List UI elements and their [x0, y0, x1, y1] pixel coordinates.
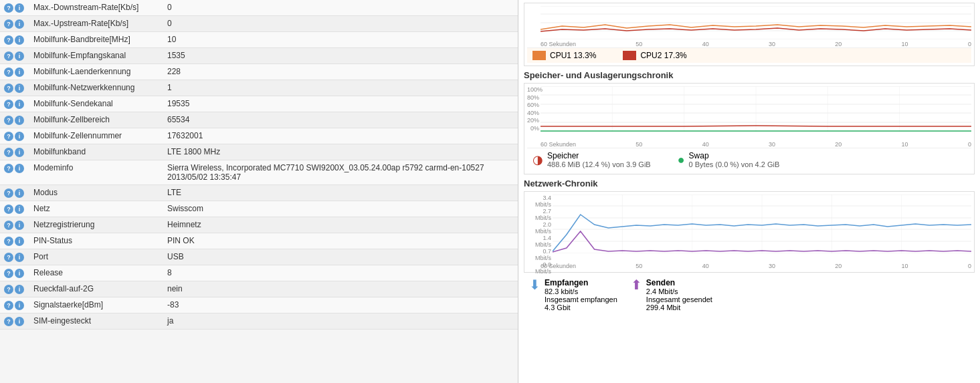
- question-icon[interactable]: ?: [4, 116, 13, 125]
- info-icon[interactable]: i: [15, 269, 24, 278]
- network-section-title: Netzwerk-Chronik: [524, 178, 975, 188]
- question-icon[interactable]: ?: [4, 317, 13, 326]
- info-icon[interactable]: i: [15, 317, 24, 326]
- prop-icons-cell: ?i: [0, 144, 29, 160]
- cpu1-label: CPU1 13.3%: [550, 51, 596, 60]
- prop-value: 1535: [163, 48, 518, 64]
- info-icon[interactable]: i: [15, 253, 24, 262]
- upload-label: Senden: [646, 278, 712, 287]
- question-icon[interactable]: ?: [4, 68, 13, 77]
- memory-icon: ◑: [532, 154, 543, 166]
- network-y-labels: 3.4 Mbit/s 2.7 Mbit/s 2.0 Mbit/s 1.4 Mbi…: [527, 195, 553, 253]
- question-icon[interactable]: ?: [4, 237, 13, 246]
- memory-chart-svg: [541, 86, 971, 132]
- prop-value: LTE 1800 MHz: [163, 144, 518, 160]
- prop-icons-cell: ?i: [0, 32, 29, 48]
- info-icon[interactable]: i: [15, 237, 24, 246]
- swap-legend-item: ● Swap 0 Bytes (0.0 %) von 4.2 GiB: [678, 151, 780, 168]
- prop-value: Swisscom: [163, 201, 518, 217]
- memory-label: Speicher: [547, 151, 651, 160]
- question-icon[interactable]: ?: [4, 148, 13, 157]
- question-icon[interactable]: ?: [4, 51, 13, 61]
- table-row: ?iModusLTE: [0, 185, 518, 201]
- info-icon[interactable]: i: [15, 301, 24, 310]
- prop-name: Mobilfunkband: [29, 144, 163, 160]
- table-row: ?iMax.-Downstream-Rate[Kb/s]0: [0, 0, 518, 16]
- prop-value: Heimnetz: [163, 217, 518, 233]
- prop-value: USB: [163, 249, 518, 265]
- cpu2-legend-item: CPU2 17.3%: [623, 51, 686, 60]
- question-icon[interactable]: ?: [4, 221, 13, 230]
- info-icon[interactable]: i: [15, 84, 24, 93]
- question-icon[interactable]: ?: [4, 188, 13, 198]
- prop-name: Netz: [29, 201, 163, 217]
- cpu-chart-area: 60 Sekunden 50 40 30 20 10 0 CPU1 13.3% …: [524, 3, 975, 66]
- question-icon[interactable]: ?: [4, 35, 13, 45]
- info-icon[interactable]: i: [15, 132, 24, 141]
- prop-name: Signalstaerke[dBm]: [29, 297, 163, 313]
- prop-value: 19535: [163, 96, 518, 112]
- prop-value: PIN OK: [163, 233, 518, 249]
- question-icon[interactable]: ?: [4, 285, 13, 294]
- question-icon[interactable]: ?: [4, 100, 13, 109]
- info-icon[interactable]: i: [15, 3, 24, 13]
- info-icon[interactable]: i: [15, 148, 24, 157]
- table-row: ?iModeminfoSierra Wireless, Incorporated…: [0, 160, 518, 185]
- memory-legend: ◑ Speicher 488.6 MiB (12.4 %) von 3.9 Gi…: [527, 148, 971, 171]
- download-value: 82.3 kbit/s: [545, 287, 617, 295]
- memory-sub: 488.6 MiB (12.4 %) von 3.9 GiB: [547, 160, 651, 168]
- info-icon[interactable]: i: [15, 116, 24, 125]
- prop-icons-cell: ?i: [0, 217, 29, 233]
- prop-value: LTE: [163, 185, 518, 201]
- question-icon[interactable]: ?: [4, 205, 13, 214]
- info-icon[interactable]: i: [15, 35, 24, 45]
- question-icon[interactable]: ?: [4, 269, 13, 278]
- table-row: ?iNetzregistrierungHeimnetz: [0, 217, 518, 233]
- prop-icons-cell: ?i: [0, 185, 29, 201]
- prop-icons-cell: ?i: [0, 16, 29, 32]
- question-icon[interactable]: ?: [4, 253, 13, 262]
- question-icon[interactable]: ?: [4, 84, 13, 93]
- question-icon[interactable]: ?: [4, 301, 13, 310]
- upload-total-value: 299.4 Mbit: [646, 303, 712, 311]
- info-icon[interactable]: i: [15, 205, 24, 214]
- prop-name: SIM-eingesteckt: [29, 313, 163, 330]
- info-icon[interactable]: i: [15, 188, 24, 198]
- prop-icons-cell: ?i: [0, 96, 29, 112]
- prop-icons-cell: ?i: [0, 233, 29, 249]
- prop-name: Mobilfunk-Zellbereich: [29, 112, 163, 128]
- info-icon[interactable]: i: [15, 285, 24, 294]
- cpu-x-labels: 60 Sekunden 50 40 30 20 10 0: [527, 39, 971, 47]
- memory-x-labels: 60 Sekunden 50 40 30 20 10 0: [527, 140, 971, 148]
- prop-value: 1: [163, 80, 518, 96]
- prop-value: 0: [163, 0, 518, 16]
- prop-name: Release: [29, 265, 163, 281]
- prop-value: 0: [163, 16, 518, 32]
- prop-icons-cell: ?i: [0, 128, 29, 144]
- question-icon[interactable]: ?: [4, 19, 13, 29]
- prop-name: Port: [29, 249, 163, 265]
- info-icon[interactable]: i: [15, 221, 24, 230]
- download-legend-item: ⬇ Empfangen 82.3 kbit/s Insgesamt empfan…: [529, 278, 617, 311]
- properties-panel: ?iMax.-Downstream-Rate[Kb/s]0?iMax.-Upst…: [0, 0, 518, 383]
- prop-name: Max.-Upstream-Rate[Kb/s]: [29, 16, 163, 32]
- prop-icons-cell: ?i: [0, 201, 29, 217]
- info-icon[interactable]: i: [15, 68, 24, 77]
- cpu2-label: CPU2 17.3%: [640, 51, 686, 60]
- prop-value: ja: [163, 313, 518, 330]
- prop-icons-cell: ?i: [0, 265, 29, 281]
- info-icon[interactable]: i: [15, 100, 24, 109]
- table-row: ?iMobilfunk-Sendekanal19535: [0, 96, 518, 112]
- question-icon[interactable]: ?: [4, 3, 13, 13]
- info-icon[interactable]: i: [15, 164, 24, 173]
- prop-icons-cell: ?i: [0, 112, 29, 128]
- network-chart-svg: [553, 195, 971, 253]
- info-icon[interactable]: i: [15, 51, 24, 61]
- question-icon[interactable]: ?: [4, 164, 13, 173]
- info-icon[interactable]: i: [15, 19, 24, 29]
- prop-icons-cell: ?i: [0, 297, 29, 313]
- prop-name: Mobilfunk-Bandbreite[MHz]: [29, 32, 163, 48]
- prop-icons-cell: ?i: [0, 249, 29, 265]
- prop-name: Mobilfunk-Netzwerkkennung: [29, 80, 163, 96]
- question-icon[interactable]: ?: [4, 132, 13, 141]
